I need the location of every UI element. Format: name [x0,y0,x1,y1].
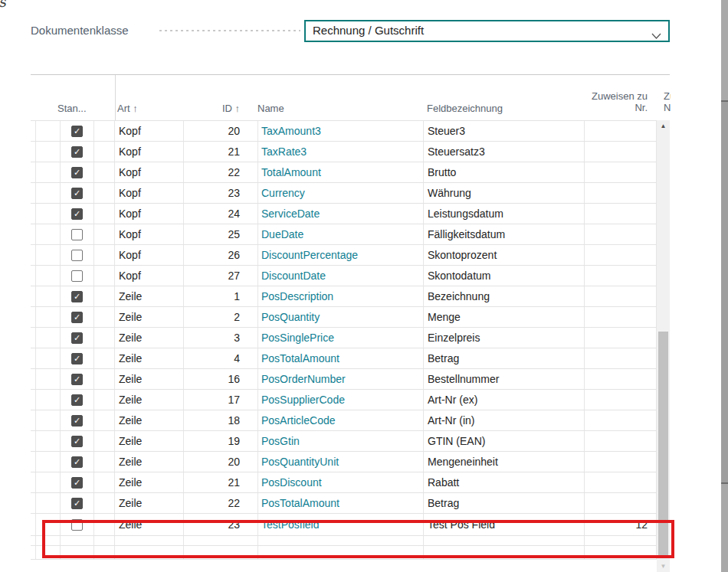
id-cell[interactable]: 3 [184,328,258,348]
art-cell[interactable]: Kopf [115,142,184,162]
zuweisen-nr-cell[interactable] [585,245,657,265]
name-link[interactable] [258,536,424,545]
feldbezeichnung-cell[interactable]: Art-Nr (in) [424,410,585,430]
zuweisen-nr-cell[interactable] [585,183,657,203]
table-row[interactable]: ✓ Zeile 3 PosSinglePrice Einzelpreis [31,328,657,348]
table-row[interactable]: ✓ Zeile 22 PosTotalAmount Betrag [31,493,657,514]
table-row[interactable]: ✓ Zeile 16 PosOrderNumber Bestellnummer [31,369,657,390]
id-cell[interactable] [184,536,258,545]
feldbezeichnung-cell[interactable]: Fälligkeitsdatum [424,224,585,244]
id-cell[interactable]: 20 [184,452,258,472]
feldbezeichnung-cell[interactable]: Währung [424,183,585,203]
zuweisen-nr-cell[interactable] [585,369,657,389]
standard-checkbox[interactable]: ✓ [71,477,83,489]
row-select-cell[interactable] [36,348,61,368]
table-row[interactable]: ✓ Zeile 18 PosArticleCode Art-Nr (in) [31,410,657,431]
zuweisen-nr-cell[interactable] [585,546,657,559]
name-link[interactable]: ServiceDate [258,204,424,224]
row-select-cell[interactable] [36,410,61,430]
row-select-cell[interactable] [36,514,61,535]
id-cell[interactable] [184,546,258,559]
name-link[interactable]: DiscountPercentage [258,245,424,265]
feldbezeichnung-cell[interactable]: Brutto [424,162,585,182]
id-cell[interactable]: 19 [184,431,258,451]
art-cell[interactable]: Zeile [115,452,184,472]
name-link[interactable]: TestPosfield [258,514,424,535]
scroll-up-icon[interactable]: ▲ [657,123,670,129]
row-select-cell[interactable] [36,142,61,162]
name-link[interactable]: PosGtin [258,431,424,451]
art-cell[interactable]: Zeile [115,410,184,430]
row-select-cell[interactable] [36,204,61,224]
name-link[interactable]: PosQuantity [258,307,424,327]
table-row[interactable]: ✓ Zeile 1 PosDescription Bezeichnung [31,286,657,307]
zuweisen-nr-cell[interactable] [585,431,657,451]
table-row[interactable]: Zeile 23 TestPosfield Test Pos Field 12 [31,514,657,536]
name-link[interactable]: DueDate [258,224,424,244]
standard-checkbox[interactable] [71,229,83,240]
art-cell[interactable]: Kopf [115,121,184,141]
standard-checkbox[interactable] [71,519,83,531]
zuweisen-nr-cell[interactable] [585,410,657,430]
feldbezeichnung-cell[interactable] [424,546,585,559]
table-row[interactable]: ✓ Kopf 20 TaxAmount3 Steuer3 [31,121,657,142]
name-link[interactable]: PosOrderNumber [258,369,424,389]
col-header-name[interactable]: Name [257,103,284,114]
row-select-cell[interactable] [36,224,61,244]
table-row[interactable]: Kopf 26 DiscountPercentage Skontoprozent [31,245,657,266]
table-row[interactable]: ✓ Kopf 22 TotalAmount Brutto [31,162,657,183]
col-header-id[interactable]: ID ↑ [184,103,240,114]
name-link[interactable]: Currency [258,183,424,203]
feldbezeichnung-cell[interactable]: Leistungsdatum [424,204,585,224]
standard-checkbox[interactable] [71,250,83,261]
table-row[interactable]: ✓ Zeile 4 PosTotalAmount Betrag [31,348,657,369]
standard-checkbox[interactable]: ✓ [71,146,83,158]
id-cell[interactable]: 18 [184,410,258,430]
feldbezeichnung-cell[interactable]: Bezeichnung [424,286,585,306]
feldbezeichnung-cell[interactable]: Mengeneinheit [424,452,585,472]
window-scrollbar[interactable] [721,0,728,572]
col-header-art[interactable]: Art ↑ [117,103,138,114]
id-cell[interactable]: 27 [184,266,258,286]
feldbezeichnung-cell[interactable]: Skontodatum [424,266,585,286]
row-select-cell[interactable] [36,121,61,141]
zuweisen-nr-cell[interactable] [585,162,657,182]
zuweisen-nr-cell[interactable] [585,204,657,224]
zuweisen-nr-cell[interactable] [585,348,657,368]
feldbezeichnung-cell[interactable]: Betrag [424,493,585,513]
name-link[interactable] [258,546,424,559]
standard-checkbox[interactable]: ✓ [71,167,83,178]
art-cell[interactable]: Kopf [115,266,184,286]
art-cell[interactable]: Kopf [115,162,184,182]
art-cell[interactable] [115,546,184,559]
zuweisen-nr-cell[interactable] [585,472,657,492]
standard-checkbox[interactable]: ✓ [71,353,83,364]
chevron-down-icon[interactable] [651,29,661,43]
art-cell[interactable]: Zeile [115,328,184,348]
feldbezeichnung-cell[interactable]: Skontoprozent [424,245,585,265]
scroll-down-icon[interactable]: ▼ [657,563,670,570]
art-cell[interactable]: Zeile [115,431,184,451]
row-select-cell[interactable] [36,307,61,327]
art-cell[interactable]: Zeile [115,307,184,327]
feldbezeichnung-cell[interactable] [424,536,585,545]
zuweisen-nr-cell[interactable]: 12 [585,514,657,535]
zuweisen-nr-cell[interactable] [585,224,657,244]
id-cell[interactable]: 26 [184,245,258,265]
id-cell[interactable]: 4 [184,348,258,368]
table-row[interactable]: ✓ Kopf 21 TaxRate3 Steuersatz3 [31,142,657,162]
id-cell[interactable]: 16 [184,369,258,389]
feldbezeichnung-cell[interactable]: Steuersatz3 [424,142,585,162]
standard-checkbox[interactable] [71,270,83,282]
name-link[interactable]: PosQuantityUnit [258,452,424,472]
art-cell[interactable]: Zeile [115,514,184,535]
name-link[interactable]: PosSinglePrice [258,328,424,348]
name-link[interactable]: PosTotalAmount [258,493,424,513]
row-select-cell[interactable] [36,286,61,306]
art-cell[interactable]: Kopf [115,224,184,244]
row-select-cell[interactable] [36,183,61,203]
row-select-cell[interactable] [36,452,61,472]
art-cell[interactable]: Kopf [115,245,184,265]
row-select-cell[interactable] [36,493,61,513]
row-select-cell[interactable] [36,162,61,182]
